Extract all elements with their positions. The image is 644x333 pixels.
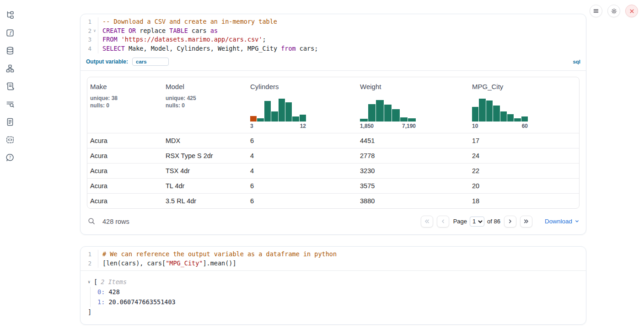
- hist-max-label: 7,190: [402, 123, 416, 129]
- code-line: 4SELECT Make, Model, Cylinders, Weight, …: [80, 44, 586, 53]
- fold-indicator: [91, 35, 98, 44]
- variables-panel-button[interactable]: f: [5, 28, 15, 38]
- download-label: Download: [545, 218, 572, 225]
- chevrons-right-icon: [523, 218, 529, 224]
- output-variable-input[interactable]: [132, 58, 169, 66]
- column-header-mpg-city[interactable]: MPG_City 10 60: [469, 77, 579, 133]
- output-variable-label: Output variable:: [86, 58, 128, 65]
- sql-code-editor[interactable]: 1-- Download a CSV and create an in-memo…: [80, 14, 586, 56]
- logs-panel-button[interactable]: [5, 81, 15, 91]
- histogram-bar: [279, 99, 285, 122]
- table-cell: 6: [247, 178, 357, 193]
- first-page-button[interactable]: [421, 216, 433, 227]
- histogram-bar: [479, 99, 485, 121]
- download-button[interactable]: Download: [545, 218, 580, 225]
- histogram-bar: [257, 118, 263, 122]
- column-title: MPG_City: [472, 83, 576, 90]
- table-cell: 17: [469, 133, 579, 148]
- table-footer: 428 rows Page 1 of 86: [80, 211, 586, 234]
- tree-entry-value: 428: [105, 288, 120, 296]
- table-cell: 3575: [357, 178, 469, 193]
- line-number: 2: [80, 259, 91, 268]
- histogram-bar: [271, 111, 278, 122]
- table-cell: 3230: [357, 163, 469, 178]
- weight-histogram: 1,850 7,190: [360, 98, 467, 129]
- histogram-bar: [368, 104, 376, 122]
- page-selector-group: Page 1 of 86: [453, 217, 500, 227]
- code-text: FROM 'https://datasets.marimo.app/cars.c…: [98, 35, 266, 44]
- table-cell: 22: [469, 163, 579, 178]
- table-cell: 24: [469, 148, 579, 163]
- tree-collapse-chevron[interactable]: ∨: [88, 277, 94, 287]
- language-badge[interactable]: sql: [573, 59, 580, 64]
- document-icon: [5, 117, 15, 127]
- code-box-icon: [5, 135, 15, 144]
- table-cell: Acura: [87, 178, 163, 193]
- fold-indicator: [91, 17, 98, 26]
- database-icon: [5, 46, 15, 55]
- table-cell: 3880: [357, 193, 469, 208]
- code-text: SELECT Make, Model, Cylinders, Weight, M…: [98, 44, 318, 53]
- column-header-cylinders[interactable]: Cylinders 3 12: [247, 77, 357, 133]
- table-cell: MDX: [163, 133, 247, 148]
- column-header-weight[interactable]: Weight 1,850 7,190: [357, 77, 469, 133]
- fold-indicator[interactable]: ∨: [91, 26, 98, 36]
- table-row: AcuraTL 4dr6357520: [87, 178, 579, 193]
- table-cell: TL 4dr: [163, 178, 247, 193]
- table-cell: Acura: [87, 193, 163, 208]
- snippets-panel-button[interactable]: [5, 135, 15, 145]
- histogram-bar: [285, 102, 292, 122]
- table-cell: RSX Type S 2dr: [163, 148, 247, 163]
- column-header-make[interactable]: Make unique: 38nulls: 0: [87, 77, 163, 133]
- page-total-label: of 86: [487, 218, 500, 225]
- table-cell: 20: [469, 178, 579, 193]
- column-title: Make: [90, 83, 160, 90]
- histogram-bar: [300, 115, 306, 122]
- histogram-bar: [486, 100, 493, 122]
- documentation-panel-button[interactable]: [5, 117, 15, 127]
- python-cell: 1# We can reference the output variable …: [80, 246, 586, 325]
- chevrons-left-icon: [424, 218, 430, 224]
- help-panel-button[interactable]: ?: [5, 153, 15, 163]
- row-count: 428 rows: [102, 218, 129, 225]
- datasources-panel-button[interactable]: [5, 46, 15, 56]
- tree-entry: 1: 20.060747663551403: [97, 297, 579, 307]
- topbar-actions: [590, 5, 638, 17]
- table-cell: 2778: [357, 148, 469, 163]
- previous-page-button[interactable]: [437, 216, 449, 227]
- dependency-graph-icon: [5, 64, 15, 73]
- histogram-bar: [472, 107, 478, 122]
- python-code-editor[interactable]: 1# We can reference the output variable …: [80, 247, 586, 270]
- last-page-button[interactable]: [520, 216, 532, 227]
- tree-open-bracket: [: [94, 277, 97, 287]
- column-title: Model: [166, 83, 245, 90]
- fold-indicator: [91, 259, 98, 268]
- histogram-bar: [408, 118, 416, 122]
- code-text: -- Download a CSV and create an in-memor…: [98, 17, 277, 26]
- settings-button[interactable]: [607, 5, 620, 17]
- table-row: AcuraMDX6445117: [87, 133, 579, 148]
- table-row: AcuraRSX Type S 2dr4277824: [87, 148, 579, 163]
- line-number: 4: [80, 44, 91, 53]
- helper-sidebar: f: [0, 0, 20, 333]
- menu-button[interactable]: [590, 5, 602, 17]
- column-title: Weight: [360, 83, 467, 90]
- outline-search-panel-button[interactable]: [5, 99, 15, 109]
- page-select[interactable]: 1: [470, 217, 484, 227]
- files-panel-button[interactable]: [5, 10, 15, 20]
- search-icon: [88, 217, 96, 225]
- hamburger-icon: [593, 8, 599, 14]
- column-header-model[interactable]: Model unique: 425nulls: 0: [163, 77, 247, 133]
- hist-max-label: 12: [300, 123, 306, 129]
- shutdown-button[interactable]: [625, 5, 638, 17]
- table-search-button[interactable]: [87, 217, 97, 226]
- table-row: AcuraTSX 4dr4323022: [87, 163, 579, 178]
- column-stats: unique: 38nulls: 0: [90, 95, 160, 110]
- tree-root: ∨[2 Items: [88, 277, 579, 287]
- next-page-button[interactable]: [504, 216, 516, 227]
- dependencies-panel-button[interactable]: [5, 63, 15, 74]
- histogram-bar: [521, 116, 528, 121]
- fold-indicator: [91, 250, 98, 259]
- hist-max-label: 60: [522, 123, 528, 129]
- histogram-bar: [493, 106, 499, 122]
